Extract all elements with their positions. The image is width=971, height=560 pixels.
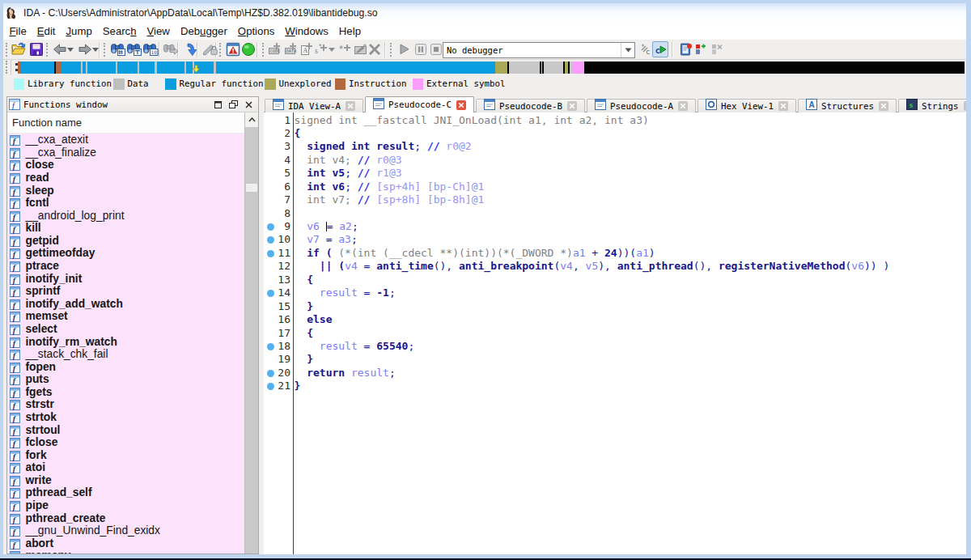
code-line-19[interactable]: 19 } bbox=[264, 353, 966, 366]
code-line-2[interactable]: 2{ bbox=[264, 127, 966, 140]
functions-scrollbar[interactable] bbox=[244, 112, 258, 554]
function-row[interactable]: f__gnu_Unwind_Find_exidx bbox=[7, 524, 244, 537]
breakpoint-del-icon[interactable] bbox=[709, 41, 725, 57]
code-line-12[interactable]: 12 || (v4 = anti_time(), anti_breakpoint… bbox=[264, 260, 966, 273]
forward-arrow-icon[interactable] bbox=[77, 41, 93, 57]
code-line-15[interactable]: 15 } bbox=[264, 300, 966, 313]
create-string-icon[interactable]: s* bbox=[313, 41, 329, 57]
code-line-20[interactable]: 20 return result; bbox=[264, 367, 966, 380]
function-row[interactable]: f__cxa_finalize bbox=[7, 146, 244, 159]
code-line-18[interactable]: 18 result = 65540; bbox=[264, 340, 966, 353]
function-row[interactable]: f__cxa_atexit bbox=[7, 134, 244, 146]
function-row[interactable]: ffgets bbox=[7, 386, 244, 399]
open-file-icon[interactable] bbox=[11, 41, 27, 57]
create-code-icon[interactable]: CODE bbox=[267, 41, 283, 57]
function-row[interactable]: finotify_rm_watch bbox=[7, 335, 244, 348]
code-line-7[interactable]: 7 int v7; // [sp+8h] [bp-8h]@1 bbox=[264, 193, 966, 206]
function-row[interactable]: fptrace bbox=[7, 260, 244, 273]
function-row[interactable]: fpipe bbox=[7, 499, 244, 512]
code-line-6[interactable]: 6 int v6; // [sp+4h] [bp-Ch]@1 bbox=[264, 180, 966, 193]
panel-maximize-button[interactable] bbox=[210, 98, 226, 111]
function-row[interactable]: f__android_log_print bbox=[7, 209, 244, 222]
toolbar-grip[interactable] bbox=[390, 43, 392, 57]
back-arrow-icon[interactable] bbox=[52, 41, 68, 57]
function-row[interactable]: ffcntl bbox=[7, 197, 244, 210]
code-line-9[interactable]: 9 v6 = a2; bbox=[264, 220, 966, 233]
function-row[interactable]: fmemset bbox=[7, 310, 244, 323]
function-row[interactable]: fstrtoul bbox=[7, 423, 244, 436]
function-row[interactable]: fputs bbox=[7, 373, 244, 386]
menu-item-windows[interactable]: Windows bbox=[280, 24, 334, 38]
function-row[interactable]: fread bbox=[7, 172, 244, 185]
code-line-14[interactable]: 14 result = -1; bbox=[264, 286, 966, 299]
scripts-icon[interactable] bbox=[678, 41, 694, 57]
create-name-icon[interactable]: A bbox=[299, 41, 315, 57]
toolbar-grip[interactable] bbox=[262, 43, 265, 57]
tab-pseudocode-a[interactable]: Pseudocode-A bbox=[587, 99, 696, 112]
menu-item-jump[interactable]: Jump bbox=[61, 24, 97, 38]
search-text-icon[interactable] bbox=[126, 41, 142, 57]
jump-address-icon[interactable] bbox=[183, 41, 199, 57]
code-line-17[interactable]: 17 { bbox=[264, 327, 966, 340]
function-row[interactable]: fstrtok bbox=[7, 411, 244, 424]
tab-close-icon[interactable] bbox=[456, 100, 466, 110]
search-binary-icon[interactable]: 101 bbox=[142, 41, 159, 57]
band-grip[interactable] bbox=[6, 61, 8, 74]
forward-dropdown-icon[interactable] bbox=[91, 41, 100, 57]
tab-structures[interactable]: AStructures bbox=[798, 99, 897, 112]
apply-signature-icon[interactable] bbox=[202, 41, 218, 57]
toolbar-grip[interactable] bbox=[104, 43, 106, 57]
tab-close-icon[interactable] bbox=[964, 101, 966, 111]
function-row[interactable]: fpthread_self bbox=[7, 486, 244, 499]
tab-close-icon[interactable] bbox=[879, 101, 888, 111]
function-row[interactable]: fabort bbox=[7, 537, 244, 550]
function-row[interactable]: ffclose bbox=[7, 436, 244, 449]
tab-strings[interactable]: sStrings bbox=[898, 99, 966, 112]
menu-item-debugger[interactable]: Debugger bbox=[175, 24, 232, 38]
menu-item-file[interactable]: File bbox=[4, 24, 32, 38]
debug-stop-icon[interactable] bbox=[428, 41, 444, 57]
tab-pseudocode-c[interactable]: Pseudocode-C bbox=[365, 96, 474, 112]
toolbar-grip[interactable] bbox=[46, 43, 49, 57]
navigation-band[interactable] bbox=[18, 62, 965, 74]
tab-close-icon[interactable] bbox=[678, 101, 688, 111]
tab-close-icon[interactable] bbox=[778, 101, 788, 111]
menu-item-view[interactable]: View bbox=[142, 24, 175, 38]
undefine-icon[interactable] bbox=[367, 41, 383, 57]
more-dropdown-icon[interactable] bbox=[328, 41, 336, 57]
create-array-icon[interactable]: * bbox=[337, 41, 354, 57]
function-row[interactable]: finotify_init bbox=[7, 272, 244, 285]
search-next-icon[interactable] bbox=[163, 41, 179, 57]
scrollbar-thumb[interactable] bbox=[246, 184, 257, 192]
function-row[interactable]: fwrite bbox=[7, 474, 244, 487]
code-line-21[interactable]: 21} bbox=[264, 380, 966, 392]
debug-run-icon[interactable] bbox=[396, 41, 413, 57]
code-line-16[interactable]: 16 else bbox=[264, 313, 966, 326]
function-row[interactable]: fclose bbox=[7, 159, 244, 172]
create-data-icon[interactable]: DATA bbox=[283, 41, 299, 57]
panel-float-button[interactable] bbox=[226, 98, 241, 111]
function-row[interactable]: fpthread_create bbox=[7, 511, 244, 524]
code-line-3[interactable]: 3 signed int result; // r0@2 bbox=[264, 140, 966, 153]
run-analysis-icon[interactable] bbox=[240, 41, 257, 57]
tab-hex-view-1[interactable]: Hex View-1 bbox=[698, 99, 796, 112]
menu-item-options[interactable]: Options bbox=[232, 24, 279, 38]
code-line-10[interactable]: 10 v7 = a3; bbox=[264, 233, 966, 246]
debug-pause-icon[interactable] bbox=[413, 41, 429, 57]
code-line-4[interactable]: 4 int v4; // r0@3 bbox=[264, 154, 966, 167]
tab-close-icon[interactable] bbox=[567, 101, 577, 111]
function-row[interactable]: f__stack_chk_fail bbox=[7, 348, 244, 361]
menu-item-help[interactable]: Help bbox=[333, 24, 366, 38]
code-line-13[interactable]: 13 { bbox=[264, 274, 966, 286]
function-row[interactable]: fatoi bbox=[7, 461, 244, 474]
menu-item-edit[interactable]: Edit bbox=[32, 24, 61, 38]
tab-close-icon[interactable] bbox=[346, 101, 355, 111]
functions-window-titlebar[interactable]: f Functions window bbox=[7, 97, 258, 112]
function-row[interactable]: fsprintf bbox=[7, 285, 244, 298]
function-row[interactable]: fselect bbox=[7, 323, 244, 336]
function-name-column-header[interactable]: Function name bbox=[7, 112, 244, 134]
debugger-combo[interactable]: No debugger bbox=[443, 42, 635, 58]
function-row[interactable]: fmemcpy bbox=[7, 549, 244, 554]
search-memory-icon[interactable] bbox=[110, 41, 126, 57]
problems-icon[interactable] bbox=[225, 41, 241, 57]
